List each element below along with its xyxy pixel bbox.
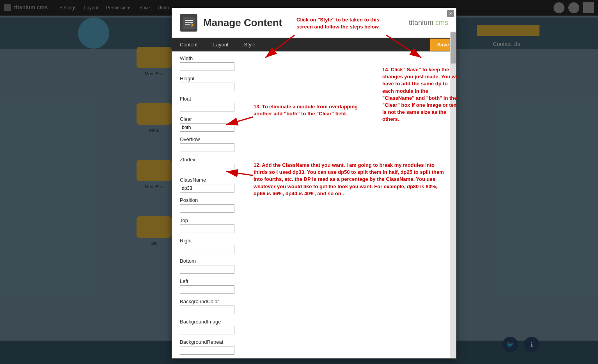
svg-rect-1	[185, 20, 193, 21]
backgroundrepeat-label: BackgroundRepeat	[180, 339, 448, 345]
annotation-12: 12. Add the ClassName that you want. I a…	[254, 162, 445, 197]
width-label: Width	[180, 55, 448, 61]
bottom-field: Bottom	[180, 258, 448, 274]
tab-layout[interactable]: Layout	[206, 38, 236, 51]
tab-content[interactable]: Content	[172, 38, 206, 51]
height-input[interactable]	[180, 83, 234, 91]
overflow-label: Overflow	[180, 136, 448, 142]
backgroundimage-label: BackgroundImage	[180, 319, 448, 325]
backgroundrepeat-input[interactable]	[180, 346, 234, 355]
left-input[interactable]	[180, 285, 234, 294]
zindex-input[interactable]	[180, 164, 234, 172]
modal-title: Manage Content	[203, 17, 282, 29]
bottom-input[interactable]	[180, 265, 234, 274]
annotation-13: 13. To eliminate a module from overlappi…	[254, 103, 374, 117]
right-field: Right	[180, 238, 448, 253]
backgroundimage-field: BackgroundImage	[180, 319, 448, 334]
brand-cms: cms	[435, 19, 448, 27]
modal-icon	[180, 14, 197, 32]
width-input[interactable]	[180, 62, 234, 71]
backgroundcolor-label: BackgroundColor	[180, 299, 448, 304]
position-field: Position	[180, 197, 448, 213]
annotation-14: 14. Click "Save" to keep the changes you…	[382, 66, 460, 123]
tab-style[interactable]: Style	[236, 38, 263, 51]
annotation-click-style: Click on "Style" to be taken to this scr…	[296, 16, 386, 30]
brand-titanium: titanium	[409, 19, 433, 27]
overflow-input[interactable]	[180, 143, 234, 152]
backgroundimage-input[interactable]	[180, 326, 234, 334]
classname-input[interactable]	[180, 184, 234, 193]
left-label: Left	[180, 278, 448, 284]
modal-brand: titanium cms	[409, 19, 448, 27]
top-input[interactable]	[180, 224, 234, 233]
backgroundcolor-input[interactable]	[180, 306, 234, 314]
position-label: Position	[180, 197, 448, 203]
svg-rect-3	[185, 24, 190, 25]
backgroundcolor-field: BackgroundColor	[180, 299, 448, 314]
right-label: Right	[180, 238, 448, 244]
top-field: Top	[180, 217, 448, 233]
bottom-label: Bottom	[180, 258, 448, 264]
scrollbar-thumb[interactable]	[451, 32, 456, 64]
svg-rect-2	[185, 22, 193, 23]
modal-tabs: Content Layout Style Save	[172, 38, 456, 51]
modal-close-button[interactable]: ×	[447, 10, 454, 17]
right-input[interactable]	[180, 245, 234, 253]
clear-input[interactable]	[180, 123, 234, 132]
svg-rect-0	[183, 17, 195, 29]
position-input[interactable]	[180, 204, 234, 213]
top-label: Top	[180, 217, 448, 223]
left-field: Left	[180, 278, 448, 294]
backgroundrepeat-field: BackgroundRepeat	[180, 339, 448, 355]
overflow-field: Overflow	[180, 136, 448, 152]
float-input[interactable]	[180, 103, 234, 111]
